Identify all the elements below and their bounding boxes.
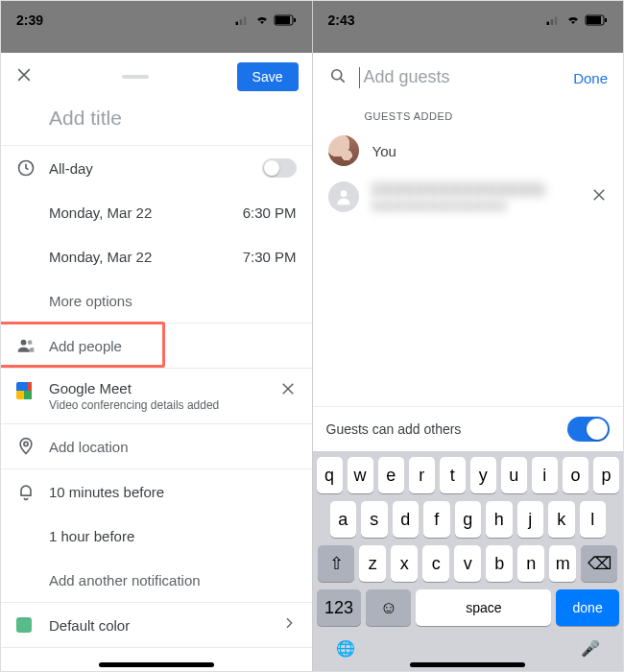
home-indicator[interactable] [99,662,214,667]
add-notif-label: Add another notification [49,572,297,588]
key-d[interactable]: d [393,501,420,538]
key-v[interactable]: v [454,545,481,582]
start-time: 6:30 PM [243,204,297,221]
key-f[interactable]: f [423,501,450,538]
svg-rect-11 [551,19,554,25]
guest-row [313,174,624,220]
key-k[interactable]: k [548,501,575,538]
key-l[interactable]: l [580,501,607,538]
home-indicator[interactable] [410,662,525,667]
color-label: Default color [49,617,281,634]
meet-title: Google Meet [49,380,279,396]
key-y[interactable]: y [470,457,496,493]
key-r[interactable]: r [409,457,435,493]
left-screenshot: 2:39 Save Add title All-day Monday, Mar [1,1,312,671]
clock-icon [16,158,49,178]
key-z[interactable]: z [359,545,386,582]
mic-key[interactable]: 🎤 [581,639,600,658]
emoji-key[interactable]: ☺ [366,589,411,626]
close-icon[interactable] [14,65,34,88]
color-swatch-icon [16,617,49,633]
svg-rect-5 [294,18,296,22]
meet-subtitle: Video conferencing details added [49,398,279,412]
option-label: Guests can add others [326,421,462,437]
key-h[interactable]: h [486,501,513,538]
status-time: 2:43 [328,12,355,28]
more-options-label: More options [49,293,297,309]
key-i[interactable]: i [532,457,558,493]
svg-point-7 [21,340,27,346]
end-time: 7:30 PM [243,249,297,265]
shift-key[interactable]: ⇧ [318,545,354,582]
svg-rect-14 [587,16,601,24]
more-options-row[interactable]: More options [1,278,312,323]
key-g[interactable]: g [455,501,482,538]
key-u[interactable]: u [501,457,527,493]
add-people-row[interactable]: Add people [1,324,312,368]
status-bar: 2:39 [1,1,312,39]
guest-row-self: You [313,128,624,174]
guests-add-others-row[interactable]: Guests can add others [313,406,624,451]
svg-point-16 [331,70,341,80]
google-meet-row[interactable]: Google Meet Video conferencing details a… [1,369,312,423]
key-n[interactable]: n [517,545,544,582]
key-q[interactable]: q [317,457,343,493]
key-w[interactable]: w [348,457,373,493]
svg-rect-0 [235,22,238,25]
location-label: Add location [49,439,297,455]
numbers-key[interactable]: 123 [317,589,362,626]
key-o[interactable]: o [563,457,588,493]
save-button[interactable]: Save [237,62,299,91]
svg-rect-10 [547,22,550,25]
notification-1-row[interactable]: 10 minutes before [1,469,312,514]
globe-key[interactable]: 🌐 [336,639,355,658]
chevron-right-icon [281,615,297,635]
key-j[interactable]: j [517,501,544,538]
status-icons [235,14,297,26]
key-p[interactable]: p [593,457,619,493]
space-key[interactable]: space [416,589,551,626]
allday-toggle[interactable] [262,158,297,178]
bell-icon [16,482,49,501]
status-time: 2:39 [16,12,43,28]
search-icon [328,66,348,89]
allday-row[interactable]: All-day [1,146,312,190]
avatar-placeholder-icon [328,181,359,212]
title-field[interactable]: Add title [1,97,312,145]
guest-sub-redacted [372,201,506,211]
notification-2-row[interactable]: 1 hour before [1,514,312,558]
color-row[interactable]: Default color [1,603,312,647]
add-notification-row[interactable]: Add another notification [1,558,312,602]
key-c[interactable]: c [422,545,449,582]
done-button[interactable]: Done [573,70,608,86]
remove-meet-icon[interactable] [279,380,297,401]
svg-point-9 [24,442,28,445]
backspace-key[interactable]: ⌫ [581,545,617,582]
key-m[interactable]: m [549,545,576,582]
people-icon [16,336,49,355]
remove-guest-icon[interactable] [590,186,608,207]
key-x[interactable]: x [391,545,418,582]
key-a[interactable]: a [330,501,357,538]
google-meet-icon [16,380,49,399]
done-key[interactable]: done [556,589,619,626]
end-time-row[interactable]: Monday, Mar 22 7:30 PM [1,234,312,278]
guest-name: You [372,143,396,159]
event-edit-sheet: Save Add title All-day Monday, Mar 22 6:… [1,53,312,671]
sheet-backdrop [313,39,624,53]
key-s[interactable]: s [361,501,388,538]
key-b[interactable]: b [486,545,513,582]
sheet-handle[interactable] [34,75,237,79]
key-e[interactable]: e [378,457,404,493]
svg-point-8 [28,340,33,345]
svg-rect-1 [239,19,242,25]
search-input[interactable]: Add guests [359,67,563,88]
start-time-row[interactable]: Monday, Mar 22 6:30 PM [1,190,312,234]
svg-point-17 [340,190,347,197]
svg-rect-2 [243,17,246,25]
key-t[interactable]: t [440,457,466,493]
guests-add-others-toggle[interactable] [567,417,610,442]
notif2-label: 1 hour before [49,528,297,544]
end-date: Monday, Mar 22 [49,249,243,265]
location-row[interactable]: Add location [1,424,312,468]
